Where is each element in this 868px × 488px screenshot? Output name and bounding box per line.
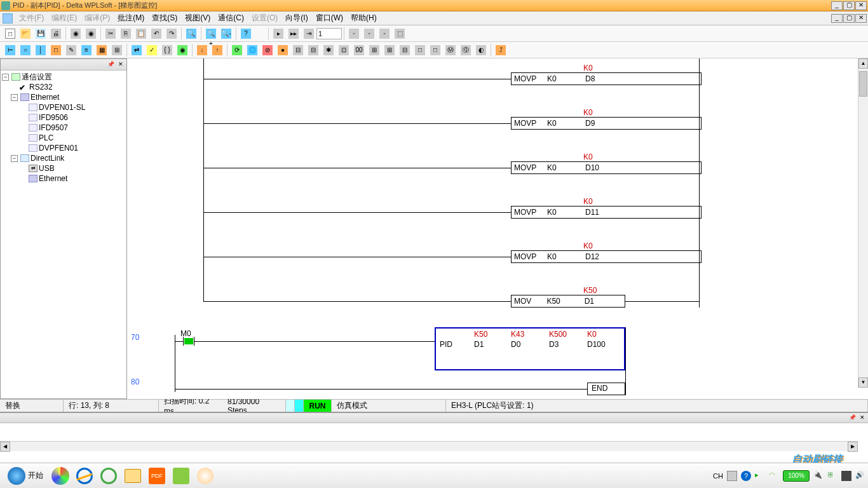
t2-r3[interactable]: ✱ [322,43,336,57]
cut-icon[interactable]: ✂ [104,27,118,41]
keyboard-icon[interactable] [727,471,737,481]
help-icon[interactable]: ? [239,27,253,41]
menu-视图V[interactable]: 视图(V) [181,12,214,24]
close-button[interactable]: ✕ [855,1,867,10]
t2-r5[interactable]: 00 [352,43,366,57]
t2-r9[interactable]: □ [413,43,427,57]
ladder-canvas[interactable]: MOVPK0D8K0MOVPK0D9K0MOVPK0D10K0MOVPK0D11… [127,58,868,399]
task-paint[interactable] [194,465,216,487]
volume-icon[interactable]: 🔊 [855,471,865,481]
instruction-MOVP[interactable]: MOVPK0D8 [511,72,702,85]
run-icon[interactable]: ▸▸ [287,27,301,41]
tree-eth-child[interactable]: IFD9507 [2,123,125,133]
menu-通信C[interactable]: 通信(C) [214,12,248,24]
horizontal-scrollbar[interactable]: ◀ ▶ [0,441,858,451]
t2-rec[interactable]: ● [276,43,290,57]
t2-cmp[interactable]: ≡ [79,43,93,57]
t2-r2[interactable]: ⊟ [306,43,320,57]
instruction-MOVP[interactable]: MOVPK0D10 [511,161,702,174]
task-app-1[interactable] [50,465,71,487]
t1c-4[interactable]: ⬚ [393,27,407,41]
tree-root[interactable]: − 通信设置 [2,72,125,82]
minimize-button[interactable]: _ [831,1,843,10]
tree-directlink[interactable]: − DirectLink [2,153,125,163]
t2-r10[interactable]: □ [428,43,442,57]
t2-coil[interactable]: ○ [18,43,32,57]
menu-向导I[interactable]: 向导(I) [281,12,311,24]
t2-net[interactable]: 🌐 [245,43,259,57]
t2-r8[interactable]: ⊟ [398,43,412,57]
child-close-button[interactable]: ✕ [855,14,867,23]
t1c-3[interactable]: ◦ [377,27,391,41]
icon-a[interactable]: ◉ [69,27,83,41]
redo-icon[interactable]: ↷ [165,27,179,41]
open-icon[interactable]: 📂 [18,27,32,41]
t2-code[interactable]: { } [160,43,174,57]
t2-conv[interactable]: ⇄ [130,43,144,57]
tree-toggle-icon[interactable]: − [11,155,18,162]
undo-icon[interactable]: ↶ [149,27,163,41]
t2-r4[interactable]: ⊡ [337,43,351,57]
t2-exit[interactable]: ⤴ [494,43,508,57]
scroll-left-arrow[interactable]: ◀ [0,442,10,452]
menu-帮助H[interactable]: 帮助(H) [347,12,381,24]
scroll-thumb[interactable] [859,71,867,97]
tray-misc-icon[interactable] [841,471,851,481]
zoom-in-icon[interactable]: 🔍+ [204,27,218,41]
task-ie2[interactable] [98,465,119,487]
t2-chk[interactable]: ✓ [145,43,159,57]
step-input[interactable] [316,28,342,39]
menu-窗口W[interactable]: 窗口(W) [312,12,347,24]
instruction-MOVP[interactable]: MOVPK0D9 [511,117,702,130]
task-wplsoft[interactable] [170,465,192,487]
t1c-2[interactable]: ◦ [362,27,376,41]
save-icon[interactable]: 💾 [34,27,48,41]
instruction-MOVP[interactable]: MOVPK0D12 [511,250,702,263]
new-icon[interactable]: □ [3,27,17,41]
t2-dl[interactable]: ↓ [195,43,209,57]
output-pin-icon[interactable]: 📌 [848,414,857,423]
tree-ethernet[interactable]: − Ethernet [2,92,125,102]
output-close-icon[interactable]: ✕ [858,414,867,423]
t2-r11[interactable]: Ⓜ [444,43,458,57]
maximize-button[interactable]: ▢ [843,1,855,10]
print-icon[interactable]: 🖨 [49,27,63,41]
menu-查找S[interactable]: 查找(S) [148,12,181,24]
contact-m0[interactable] [183,337,194,346]
t2-r6[interactable]: ⊞ [367,43,381,57]
shield-icon[interactable]: ⛨ [827,471,837,481]
t2-contact[interactable]: ⊢ [3,43,17,57]
t2-app[interactable]: □ [49,43,63,57]
tree-rs232[interactable]: ✔ RS232 [2,82,125,92]
plug-icon[interactable]: 🔌 [813,471,824,481]
step-icon[interactable]: ▸ [271,27,285,41]
icon-b[interactable]: ◉ [84,27,98,41]
flag-icon[interactable]: ▸ [755,471,765,481]
instruction-end[interactable]: END [587,383,625,395]
task-ie[interactable] [74,465,95,487]
child-minimize-button[interactable]: _ [831,14,843,23]
tree-eth-child[interactable]: DVPFEN01 [2,143,125,153]
copy-icon[interactable]: ⎘ [119,27,133,41]
t2-blk[interactable]: ▦ [95,43,109,57]
tree-dl-ethernet[interactable]: Ethernet [2,173,125,184]
t2-r1[interactable]: ⊟ [291,43,305,57]
tree-eth-child[interactable]: PLC [2,133,125,143]
tree-usb[interactable]: ⇄ USB [2,163,125,173]
scroll-down-arrow[interactable]: ▼ [858,377,868,388]
find-icon[interactable]: 🔍 [184,27,198,41]
instruction-MOVP[interactable]: MOVPK0D11 [511,206,702,219]
child-maximize-button[interactable]: ▢ [843,14,855,23]
task-explorer[interactable] [122,465,144,487]
t2-r13[interactable]: ◐ [474,43,488,57]
instruction-pid[interactable]: K50K43K500K0PIDD1D0D3D100 [435,327,625,370]
t2-ul[interactable]: ↑ [210,43,224,57]
goto-icon[interactable]: ⇥ [302,27,316,41]
paste-icon[interactable]: 📋 [134,27,148,41]
t2-line[interactable]: │ [34,43,48,57]
t1c-1[interactable]: ◦ [347,27,361,41]
start-button[interactable]: 开始 [3,466,48,486]
sidebar-close-icon[interactable]: ✕ [116,60,125,69]
t2-tbl[interactable]: ⊞ [110,43,124,57]
tree-eth-child[interactable]: IFD9506 [2,112,125,123]
